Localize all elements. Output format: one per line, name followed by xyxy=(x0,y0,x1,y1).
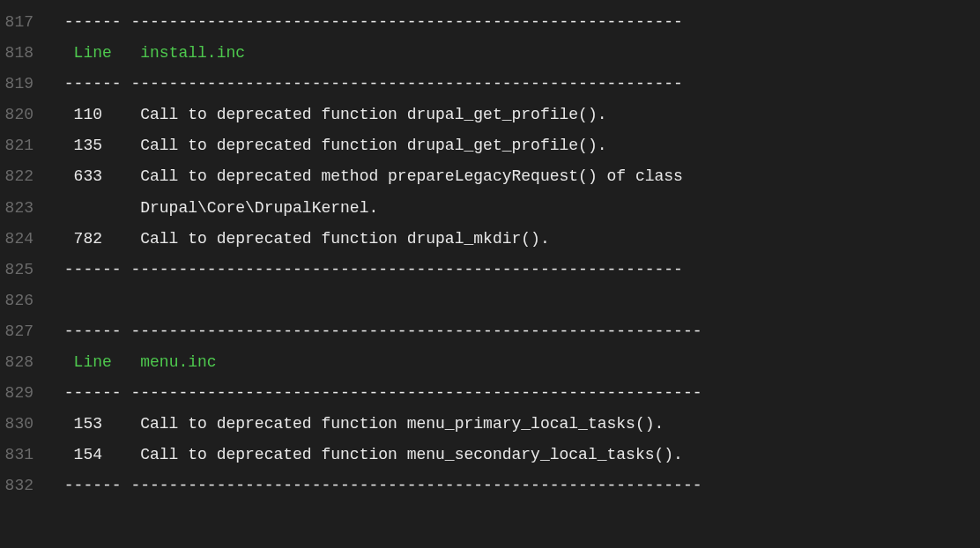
code-line: 825 ------ -----------------------------… xyxy=(0,255,980,285)
line-content xyxy=(55,285,980,316)
code-segment xyxy=(55,44,74,62)
line-content: 153 Call to deprecated function menu_pri… xyxy=(55,409,980,440)
line-number: 823 xyxy=(0,193,55,224)
code-segment: 135 Call to deprecated function drupal_g… xyxy=(55,137,607,154)
line-content: Drupal\Core\DrupalKernel. xyxy=(55,193,980,224)
line-number: 826 xyxy=(0,285,55,316)
line-number: 824 xyxy=(0,224,55,255)
code-line: 818 Line install.inc xyxy=(0,38,980,69)
code-segment: ------ ---------------------------------… xyxy=(55,322,711,340)
code-line: 819 ------ -----------------------------… xyxy=(0,69,980,100)
code-line: 829 ------ -----------------------------… xyxy=(0,378,980,409)
code-line: 824 782 Call to deprecated function drup… xyxy=(0,224,980,255)
code-segment: Line xyxy=(74,353,112,371)
line-number: 827 xyxy=(0,316,55,347)
code-segment: ------ ---------------------------------… xyxy=(55,384,711,402)
line-number: 828 xyxy=(0,347,55,378)
line-content: ------ ---------------------------------… xyxy=(55,316,980,347)
line-content: Line install.inc xyxy=(55,38,980,69)
code-line: 830 153 Call to deprecated function menu… xyxy=(0,409,980,440)
code-segment xyxy=(55,353,74,371)
code-line: 820 110 Call to deprecated function drup… xyxy=(0,100,980,130)
code-segment: 110 Call to deprecated function drupal_g… xyxy=(55,106,607,123)
line-content: 782 Call to deprecated function drupal_m… xyxy=(55,224,980,255)
line-number: 829 xyxy=(0,378,55,409)
code-line: 831 154 Call to deprecated function menu… xyxy=(0,440,980,470)
line-number: 819 xyxy=(0,69,55,100)
line-number: 820 xyxy=(0,100,55,130)
line-number: 830 xyxy=(0,409,55,440)
code-editor-view: 817 ------ -----------------------------… xyxy=(0,7,980,502)
code-segment: menu.inc xyxy=(140,353,216,371)
line-content: 135 Call to deprecated function drupal_g… xyxy=(55,130,980,161)
code-line: 832 ------ -----------------------------… xyxy=(0,470,980,501)
line-content: ------ ---------------------------------… xyxy=(55,255,980,285)
code-line: 817 ------ -----------------------------… xyxy=(0,7,980,38)
code-segment: install.inc xyxy=(140,44,245,62)
code-segment: 154 Call to deprecated function menu_sec… xyxy=(55,446,683,463)
code-line: 828 Line menu.inc xyxy=(0,347,980,378)
line-number: 825 xyxy=(0,255,55,285)
line-content: 110 Call to deprecated function drupal_g… xyxy=(55,100,980,130)
line-number: 822 xyxy=(0,161,55,192)
line-number: 831 xyxy=(0,440,55,470)
line-content: 633 Call to deprecated method prepareLeg… xyxy=(55,161,980,192)
code-segment: ------ ---------------------------------… xyxy=(55,75,693,93)
code-line: 821 135 Call to deprecated function drup… xyxy=(0,130,980,161)
code-segment: Line xyxy=(74,44,112,62)
code-segment: ------ ---------------------------------… xyxy=(55,477,711,494)
line-content: ------ ---------------------------------… xyxy=(55,7,980,38)
code-line: 827 ------ -----------------------------… xyxy=(0,316,980,347)
line-number: 818 xyxy=(0,38,55,69)
line-number: 821 xyxy=(0,130,55,161)
line-content: ------ ---------------------------------… xyxy=(55,378,980,409)
code-segment xyxy=(112,353,140,371)
code-segment: 633 Call to deprecated method prepareLeg… xyxy=(55,167,683,185)
code-segment: Drupal\Core\DrupalKernel. xyxy=(55,199,378,217)
code-segment: ------ ---------------------------------… xyxy=(55,261,693,278)
line-content: ------ ---------------------------------… xyxy=(55,470,980,501)
code-line: 822 633 Call to deprecated method prepar… xyxy=(0,161,980,192)
line-content: ------ ---------------------------------… xyxy=(55,69,980,100)
code-line: 826 xyxy=(0,285,980,316)
code-segment xyxy=(112,44,140,62)
code-segment: 153 Call to deprecated function menu_pri… xyxy=(55,415,664,433)
code-segment: 782 Call to deprecated function drupal_m… xyxy=(55,230,550,248)
line-number: 832 xyxy=(0,470,55,501)
code-segment: ------ ---------------------------------… xyxy=(55,13,693,31)
line-content: 154 Call to deprecated function menu_sec… xyxy=(55,440,980,470)
line-number: 817 xyxy=(0,7,55,38)
line-content: Line menu.inc xyxy=(55,347,980,378)
code-line: 823 Drupal\Core\DrupalKernel. xyxy=(0,193,980,224)
